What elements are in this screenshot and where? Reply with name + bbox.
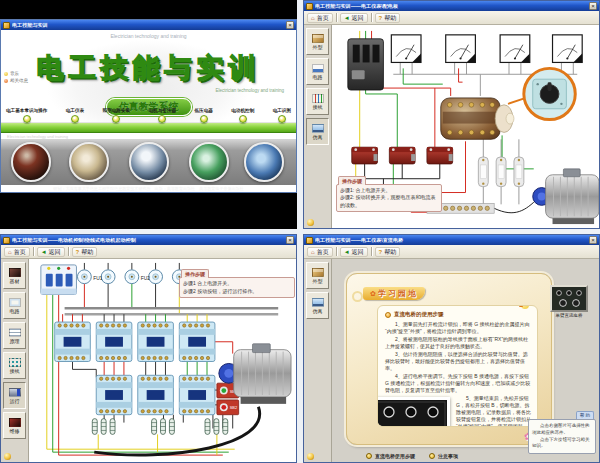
start-button[interactable] [221, 388, 226, 393]
back-button[interactable]: ◄返回 [340, 13, 368, 23]
radio-dot-icon[interactable] [200, 115, 208, 123]
photo-meter[interactable] [69, 142, 109, 182]
home-button[interactable]: ⌂首页 [307, 13, 333, 23]
sidebar-circuit[interactable]: 电路 [306, 58, 329, 85]
toolbar-separator [33, 247, 34, 256]
current-transformer-2 [389, 147, 415, 164]
back-button[interactable]: ◄返回 [340, 247, 368, 257]
home-button[interactable]: ⌂首页 [307, 247, 333, 257]
link-usage-steps[interactable]: 直流电桥使用步骤 [366, 453, 415, 459]
photo-pliers[interactable] [11, 142, 51, 182]
learning-quadrant: 电工技能与实训——电工仪表\直流电桥 × ⌂首页 ◄返回 ?帮助 外型 仿真 ✿… [303, 234, 600, 463]
back-arrow-icon: ◄ [344, 15, 350, 21]
window-title: 电工技能与实训 [12, 22, 243, 27]
photo-motor[interactable] [189, 142, 229, 182]
bridge-photo [377, 397, 450, 427]
corner-ball-icon[interactable] [307, 453, 314, 460]
back-arrow-icon: ◄ [41, 249, 47, 255]
box-icon [312, 268, 324, 277]
sidebar-simulation[interactable]: 仿真 [306, 292, 329, 319]
flower-icon: ✿ [370, 290, 376, 297]
radio-dot-icon[interactable] [112, 115, 120, 123]
label-sb2: SB2 [230, 405, 237, 410]
sidebar-equipment[interactable]: 器材 [3, 262, 26, 289]
learning-corner-banner: ✿ 学习园地 [363, 287, 425, 300]
help-button[interactable]: ?帮助 [72, 247, 98, 257]
link-precautions[interactable]: 注意事项 [429, 453, 458, 459]
step-paragraph: 1、测量前先打开检流计锁扣，即将 G 接线柱处的金属提片由“内接”旋至“外接”，… [385, 321, 531, 335]
radio-dot-icon[interactable] [71, 115, 79, 123]
sidebar-run[interactable]: 运行 [3, 382, 26, 409]
fuse-1 [478, 157, 488, 187]
menu-item-lighting[interactable]: 照明电路安装 [103, 109, 131, 123]
circuit-breaker[interactable] [41, 265, 77, 295]
step-2: 步骤2 按动按钮，进行运行操作。 [183, 288, 291, 296]
corner-ball-icon[interactable] [4, 453, 11, 460]
sidebar-wiring[interactable]: 接线 [3, 352, 26, 379]
simulation-canvas: FU1 FU2 [29, 259, 296, 462]
radio-dot-icon[interactable] [278, 115, 286, 123]
sidebar-wiring[interactable]: 接线 [306, 88, 329, 115]
help-line-2: 点击下方按钮可学习相关知识。 [532, 437, 592, 451]
circuit-icon [9, 298, 21, 307]
cam-switch[interactable] [441, 98, 514, 139]
magnifier-detail [508, 68, 575, 119]
home-icon: ⌂ [8, 249, 12, 255]
sidebar-simulation[interactable]: 仿真 [306, 118, 329, 145]
english-caption-right: Electrician technology and training [215, 88, 284, 93]
fuse-holder [149, 270, 163, 284]
close-icon[interactable]: × [589, 2, 597, 10]
sidebar-principle[interactable]: 原理 [3, 322, 26, 349]
menu-item-lv-apparatus[interactable]: 低压电器 [194, 109, 212, 123]
radio-dot-icon[interactable] [239, 115, 247, 123]
device-thumbnail[interactable]: 单臂直流电桥 [547, 285, 591, 318]
view-sidebar: 外型 电路 接线 仿真 [304, 25, 332, 228]
sidebar-appearance[interactable]: 外型 [306, 28, 329, 55]
back-button[interactable]: ◄返回 [37, 247, 65, 257]
contactor [138, 375, 174, 414]
menu-item-motor-control[interactable]: 电动机控制 [231, 109, 254, 123]
step-1: 步骤1 合上电源开关。 [183, 280, 291, 288]
splash-screen-quadrant: 电工技能与实训 × Electrician technology and tra… [0, 0, 297, 229]
power-switch[interactable] [348, 39, 384, 90]
app-icon [306, 3, 313, 10]
fuse-2 [496, 157, 506, 187]
terminals-icon [9, 358, 21, 367]
fuse-holder [125, 270, 139, 284]
contactor [96, 375, 132, 414]
menu-item-machines[interactable]: 电机与变压器 [149, 109, 177, 123]
device-thumbnail-image[interactable] [550, 285, 588, 312]
help-button[interactable]: ?帮助 [375, 13, 401, 23]
menu-item-basics[interactable]: 电工基本常识与操作 [6, 109, 47, 123]
radio-dot-icon[interactable] [23, 115, 31, 123]
window-title: 电工技能与实训——电工仪表\直流电桥 [315, 237, 546, 242]
bullet-icon [429, 453, 435, 459]
radio-dot-icon[interactable] [158, 115, 166, 123]
app-icon [306, 237, 313, 244]
corner-ball-icon[interactable] [307, 219, 314, 226]
close-icon[interactable]: × [589, 236, 597, 244]
menu-item-drawings[interactable]: 电工识图 [273, 109, 291, 123]
close-icon[interactable]: × [286, 236, 294, 244]
english-caption-top: Electrician technology and training [1, 33, 296, 39]
schematic-icon [9, 328, 21, 337]
meter-icon [312, 64, 324, 73]
content-title-row: 直流电桥的使用步骤 [385, 311, 531, 319]
toolbar-separator [371, 13, 372, 22]
home-button[interactable]: ⌂首页 [4, 247, 30, 257]
window-splash: 电工技能与实训 × Electrician technology and tra… [0, 19, 297, 193]
help-button[interactable]: ?帮助 [375, 247, 401, 257]
close-icon[interactable]: × [286, 21, 294, 29]
bullet-icon [366, 453, 372, 459]
photo-band [1, 139, 296, 185]
photo-components[interactable] [244, 142, 284, 182]
sidebar-circuit[interactable]: 电路 [3, 292, 26, 319]
menu-item-meters[interactable]: 电工仪表 [66, 109, 84, 123]
splash-content: Electrician technology and training 音乐 相… [1, 30, 296, 192]
photo-device[interactable] [129, 142, 169, 182]
help-note: 帮 助 点击右侧图片可选择性的浏览相应的器件。 点击下方按钮可学习相关知识。 [528, 411, 596, 454]
meter-sim-quadrant: 电工技能与实训——电工仪表\配电板 × ⌂首页 ◄返回 ?帮助 外型 电路 接线… [303, 0, 600, 229]
sidebar-appearance[interactable]: 外型 [306, 262, 329, 289]
stop-button[interactable] [221, 405, 226, 410]
sidebar-repair[interactable]: 维修 [3, 412, 26, 439]
